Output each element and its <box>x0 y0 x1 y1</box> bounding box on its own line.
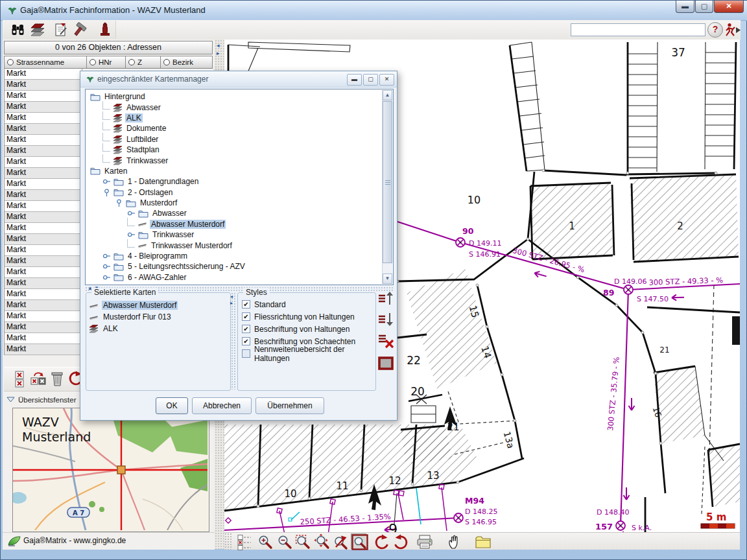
tree-item[interactable]: 1 - Datengrundlagen <box>87 176 382 187</box>
minimize-button[interactable]: ▬ <box>676 1 694 13</box>
tree-item[interactable]: Hintergrund <box>87 91 382 102</box>
search-objects-icon[interactable] <box>10 22 26 38</box>
scroll-down-button[interactable]: ▼ <box>383 274 392 284</box>
dialog-close-button[interactable]: ✕ <box>379 74 394 86</box>
zoom-previous-icon[interactable] <box>333 533 348 549</box>
invert-selection-icon[interactable] <box>30 370 45 386</box>
tree-scrollbar[interactable]: ▲ ▼ <box>382 90 392 284</box>
expand-icon[interactable]: ▸ <box>230 300 233 306</box>
collapse-right-icon[interactable]: ▸ <box>217 50 220 56</box>
collapse-icon[interactable]: ◂ <box>230 294 233 299</box>
tree-item[interactable]: Trinkwasser Musterdorf <box>87 240 382 250</box>
zoom-rectangle-icon[interactable] <box>294 533 310 549</box>
column-strassenname[interactable]: Strassenname <box>4 56 87 69</box>
help-button[interactable]: ? <box>707 22 723 38</box>
folder-icon[interactable] <box>475 533 490 549</box>
checkbox[interactable]: ✔ <box>242 312 250 321</box>
deselect-all-icon[interactable] <box>13 370 29 386</box>
collapse-left-icon[interactable]: ◂ <box>217 42 220 49</box>
tree-item[interactable]: 4 - Bleiprogramm <box>87 251 382 261</box>
tree-item[interactable]: Luftbilder <box>87 134 382 145</box>
collapse-icon[interactable] <box>115 199 123 207</box>
selected-map-label: Abwasser Musterdorf <box>102 301 178 310</box>
style-option[interactable]: ✔Beschriftung von Haltungen <box>238 323 375 335</box>
frame-style-icon[interactable] <box>377 355 394 372</box>
tree-item[interactable]: 5 - Leitungsrechtssicherung - AZV <box>87 261 382 272</box>
expand-icon[interactable] <box>102 252 111 260</box>
layer-remove-icon[interactable] <box>377 332 394 349</box>
manhole-m94[interactable] <box>454 513 463 522</box>
view-redo-icon[interactable] <box>393 533 409 549</box>
expand-icon[interactable] <box>102 274 111 281</box>
tree-item[interactable]: 2 - Ortslagen <box>87 187 382 198</box>
tree-item[interactable]: Karten <box>87 166 382 176</box>
tree-item[interactable]: Abwasser Musterdorf <box>87 219 382 229</box>
toolbar-grip[interactable] <box>224 533 233 550</box>
checkbox[interactable]: ✔ <box>242 337 250 345</box>
tree-item[interactable]: Dokumente <box>87 123 382 134</box>
manhole-89[interactable] <box>624 285 633 294</box>
tree-item[interactable]: ALK <box>87 113 382 123</box>
search-input[interactable] <box>571 23 706 36</box>
manhole-157[interactable] <box>616 521 625 530</box>
layer-move-down-icon[interactable] <box>377 311 394 328</box>
cancel-button[interactable]: Abbrechen <box>192 397 252 414</box>
dialog-maximize-button[interactable]: ▢ <box>363 74 378 86</box>
hydrant-icon[interactable] <box>97 22 113 38</box>
checkbox[interactable] <box>242 349 250 358</box>
collapse-icon[interactable] <box>102 189 111 196</box>
zoom-in-icon[interactable] <box>257 533 272 549</box>
zoom-pan-icon[interactable] <box>314 533 329 549</box>
zoom-out-icon[interactable] <box>276 533 292 549</box>
tree-item[interactable]: 6 - AWAG-Zahler <box>87 272 382 283</box>
tools-icon[interactable] <box>73 22 88 38</box>
apply-button[interactable]: Übernehmen <box>255 397 324 414</box>
scroll-thumb[interactable] <box>383 101 392 263</box>
selected-map-item[interactable]: ALK <box>86 323 230 334</box>
expand-icon[interactable] <box>127 231 136 239</box>
expand-icon[interactable] <box>127 209 136 217</box>
column-z[interactable]: Z <box>126 56 161 69</box>
group-title: Styles <box>243 288 270 297</box>
svg-text:20: 20 <box>410 385 425 398</box>
scroll-up-button[interactable]: ▲ <box>383 90 392 100</box>
close-button[interactable]: ✕ <box>714 1 744 13</box>
maximize-button[interactable]: ▢ <box>695 1 713 13</box>
dialog-title-bar[interactable]: eingeschränkter Kartenmanager ▬ ▢ ✕ <box>80 71 397 88</box>
pointer-hand-icon[interactable] <box>446 533 462 549</box>
layer-move-up-icon[interactable] <box>377 290 394 307</box>
tree-item[interactable]: Stadtplan <box>87 145 382 155</box>
legend-icon[interactable] <box>236 533 252 549</box>
style-option[interactable]: ✔Standard <box>238 298 375 310</box>
selected-map-item[interactable]: Abwasser Musterdorf <box>86 299 230 311</box>
column-hnr[interactable]: HNr <box>87 56 126 69</box>
layers-icon[interactable] <box>30 22 45 38</box>
ok-button[interactable]: OK <box>156 397 188 414</box>
view-undo-icon[interactable] <box>372 533 388 549</box>
checkbox[interactable]: ✔ <box>242 325 250 333</box>
expand-icon[interactable] <box>102 178 111 185</box>
style-option[interactable]: Nennweitenuebersicht der Haltungen <box>238 347 375 360</box>
dialog-vertical-splitter[interactable]: ◂ ▸ <box>231 292 236 390</box>
object-count-header[interactable]: 0 von 26 Objekten : Adressen <box>4 41 213 54</box>
zoom-full-extent-icon[interactable] <box>351 533 366 549</box>
overview-toggle[interactable]: Übersichtsfenster <box>6 395 76 405</box>
tree-item[interactable]: Trinkwasser <box>87 155 382 165</box>
delete-icon[interactable] <box>49 370 65 386</box>
print-icon[interactable] <box>416 533 432 549</box>
checkbox[interactable]: ✔ <box>242 300 250 309</box>
column-bezirk[interactable]: Bezirk <box>161 56 213 69</box>
map-extent-marker[interactable] <box>117 466 125 474</box>
selected-map-item[interactable]: Musterdorf Flur 013 <box>86 311 230 323</box>
tree-item[interactable]: Abwasser <box>87 102 382 112</box>
title-bar[interactable]: Gaja®Matrix Fachinformation - WAZV Muste… <box>1 1 747 21</box>
exit-runner-icon[interactable] <box>724 22 739 38</box>
report-icon[interactable] <box>53 22 69 38</box>
dialog-minimize-button[interactable]: ▬ <box>347 74 362 86</box>
expand-icon[interactable] <box>102 262 111 270</box>
map-line-icon <box>137 241 147 250</box>
manhole-90[interactable] <box>456 238 465 247</box>
style-option[interactable]: ✔Fliessrichtung von Haltungen <box>238 310 375 323</box>
tree-item[interactable]: Musterdorf <box>87 198 382 208</box>
overview-map[interactable]: A 7 WAZV Musterland <box>12 408 209 532</box>
